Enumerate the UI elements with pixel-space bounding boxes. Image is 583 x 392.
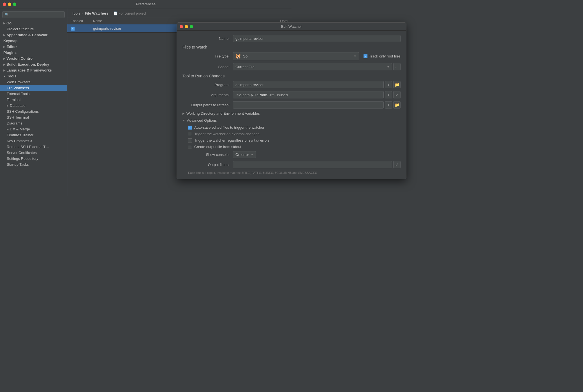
arguments-input[interactable] [233,91,292,98]
tool-section-title: Tool to Run on Changes [182,74,292,78]
sidebar-item-diagrams[interactable]: Diagrams [0,120,67,126]
sidebar-item-diff-merge[interactable]: ▶ Diff & Merge [0,126,67,132]
sidebar-item-label: Features Trainer [7,133,33,137]
sidebar-item-settings-repo[interactable]: Settings Repository [0,156,67,162]
program-row: Program: + 📁 [182,81,292,88]
working-dir-label: Working Directory and Environment Variab… [186,111,260,116]
sidebar-item-editor[interactable]: ▶ Editor [0,44,67,50]
file-type-dropdown[interactable]: 🐹 Go ▼ [233,52,292,60]
file-type-row: File type: 🐹 Go ▼ ✓ Track only root file… [182,52,292,60]
external-changes-checkbox[interactable] [188,132,192,136]
sidebar-item-tools[interactable]: ▼ Tools [0,73,67,79]
enabled-checkbox[interactable]: ✓ [71,27,75,31]
sidebar-item-database[interactable]: ▶ Database [0,103,67,109]
sidebar-item-languages[interactable]: ▶ Languages & Frameworks [0,67,67,73]
sidebar-item-label: Settings Repository [7,156,38,161]
dialog-overlay: Edit Watcher Name: Files to Watch File t… [67,8,292,196]
sidebar-item-label: Editor [6,45,17,49]
minimize-button[interactable] [8,3,11,6]
maximize-button[interactable] [13,3,16,6]
scope-value: Current File [235,65,292,69]
chevron-right-icon: ▶ [3,69,5,72]
dialog-body: Name: Files to Watch File type: 🐹 Go ▼ [177,31,292,179]
sidebar-item-label: Project Structure [7,27,34,31]
show-console-dropdown[interactable]: On error ▼ [233,151,256,158]
stdout-checkbox[interactable] [188,145,192,149]
arguments-label: Arguments: [182,93,233,97]
chevron-right-icon: ▶ [182,112,185,115]
advanced-options-section: ▼ Advanced Options ✓ Auto-save edited fi… [182,118,292,174]
sidebar-item-label: External Tools [7,92,29,96]
search-input[interactable] [2,11,65,18]
output-paths-input[interactable] [233,101,292,109]
sidebar-item-appearance[interactable]: ▶ Appearance & Behavior [0,32,67,38]
chevron-down-icon: ▼ [251,153,253,156]
sidebar-item-key-promoter[interactable]: Key Promoter X [0,138,67,144]
sidebar-item-project-structure[interactable]: Project Structure [0,26,67,32]
sidebar-item-label: Server Certificates [7,151,37,155]
file-type-label: File type: [182,54,233,58]
syntax-errors-label: Trigger the watcher regardless of syntax… [194,138,270,142]
auto-save-checkbox[interactable]: ✓ [188,126,192,130]
name-input[interactable] [233,35,292,42]
dialog-close-button[interactable] [180,25,183,28]
advanced-options-header[interactable]: ▼ Advanced Options [182,118,292,123]
sidebar-item-label: Database [10,103,26,108]
sidebar-item-version-control[interactable]: ▶ Version Control [0,56,67,61]
sidebar-item-features-trainer[interactable]: Features Trainer [0,132,67,138]
window-title: Preferences [136,2,156,6]
files-to-watch-title: Files to Watch [182,45,292,49]
sidebar-item-server-certs[interactable]: Server Certificates [0,150,67,156]
advanced-options-label: Advanced Options [187,118,217,123]
scope-dropdown[interactable]: Current File ▼ [233,63,292,70]
sidebar-item-plugins[interactable]: Plugins [0,50,67,56]
dialog-window-controls[interactable] [180,25,193,28]
sidebar-item-file-watchers[interactable]: File Watchers [0,85,67,91]
sidebar-item-external-tools[interactable]: External Tools [0,91,67,97]
program-input[interactable] [233,81,292,88]
go-icon: 🐹 [235,54,241,59]
arguments-control: + ⤢ [233,91,292,98]
sidebar-item-label: Appearance & Behavior [6,33,48,37]
edit-watcher-dialog: Edit Watcher Name: Files to Watch File t… [177,22,292,179]
sidebar-item-label: Remote SSH External T… [7,145,49,149]
sidebar-item-label: Diff & Merge [10,127,30,131]
output-paths-row: Output paths to refresh: + 📁 [182,101,292,109]
chevron-down-icon: ▼ [3,75,6,78]
syntax-errors-checkbox[interactable] [188,139,192,142]
scope-control: Current File ▼ … [233,63,292,70]
sidebar-item-startup-tasks[interactable]: Startup Tasks [0,162,67,167]
sidebar-item-remote-ssh[interactable]: Remote SSH External T… [0,144,67,150]
window-controls[interactable] [3,3,16,6]
close-button[interactable] [3,3,6,6]
sidebar-item-web-browsers[interactable]: Web Browsers [0,79,67,85]
chevron-right-icon: ▶ [3,34,5,36]
show-console-row: Show console: On error ▼ [182,151,292,158]
col-header-enabled: Enabled [71,19,93,23]
working-dir-collapsible[interactable]: ▶ Working Directory and Environment Vari… [182,111,292,116]
project-label: 📄 For current project [114,11,146,15]
sidebar-item-label: Go [6,21,11,25]
dialog-maximize-button[interactable] [190,25,193,28]
scope-row: Scope: Current File ▼ … [182,63,292,70]
dialog-minimize-button[interactable] [185,25,188,28]
auto-save-row: ✓ Auto-save edited files to trigger the … [182,125,292,130]
sidebar-item-label: SSH Terminal [7,115,29,119]
sidebar-item-label: Tools [7,74,17,78]
dialog-title: Edit Watcher [281,24,292,29]
chevron-right-icon: ▶ [3,22,5,25]
name-row: Name: [182,35,292,42]
output-filters-input[interactable] [233,161,292,168]
sidebar-item-ssh-terminal[interactable]: SSH Terminal [0,114,67,120]
sidebar-item-go[interactable]: ▶ Go [0,20,67,26]
output-filters-row: Output filters: ⤢ [182,161,292,168]
breadcrumb-separator: › [82,11,83,15]
sidebar-item-ssh-configurations[interactable]: SSH Configurations [0,109,67,114]
main-layout: ▶ Go Project Structure ▶ Appearance & Be… [0,8,292,196]
sidebar-item-label: Diagrams [7,121,22,125]
sidebar-item-keymap[interactable]: Keymap [0,38,67,44]
sidebar-item-build[interactable]: ▶ Build, Execution, Deploy [0,61,67,67]
output-paths-label: Output paths to refresh: [182,103,233,107]
sidebar-item-terminal[interactable]: Terminal [0,97,67,103]
stdout-row: Create output file from stdout [182,145,292,149]
